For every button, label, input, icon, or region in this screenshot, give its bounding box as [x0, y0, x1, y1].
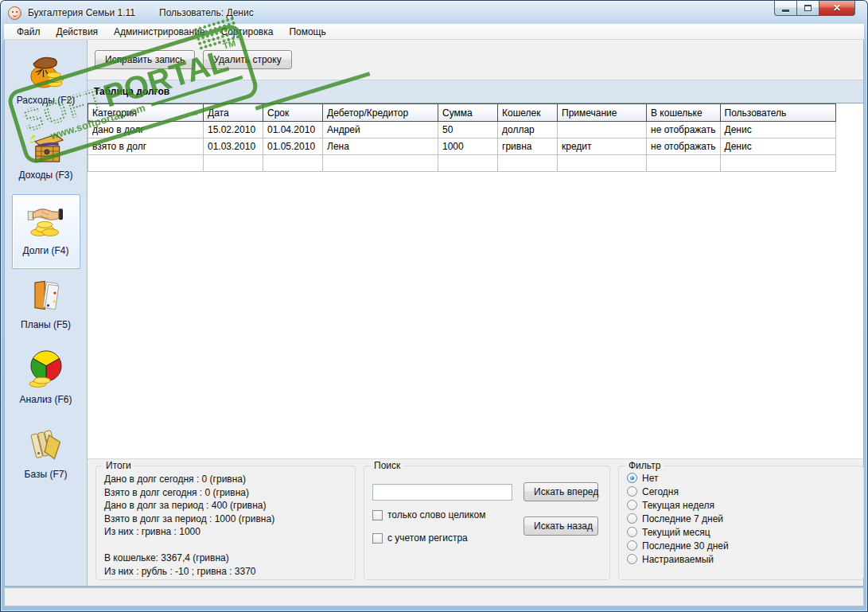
column-header-note[interactable]: Примечание: [558, 104, 647, 122]
radio-icon[interactable]: [627, 500, 637, 510]
debts-grid-area: Категория Дата Срок Дебетор/Кредитор Сум…: [88, 103, 863, 458]
radio-label: Текущая неделя: [642, 500, 714, 511]
debts-table: Категория Дата Срок Дебетор/Кредитор Сум…: [88, 103, 836, 172]
sidebar-item-label: Доходы (F3): [18, 170, 72, 181]
table-cell[interactable]: [558, 122, 647, 138]
radio-icon[interactable]: [627, 486, 637, 497]
close-button[interactable]: ✕: [819, 1, 855, 16]
sidebar-item-label: Долги (F4): [22, 245, 68, 256]
table-cell[interactable]: доллар: [498, 122, 558, 138]
table-cell[interactable]: Денис: [720, 138, 835, 155]
radio-label: Сегодня: [642, 486, 679, 497]
filter-option-today[interactable]: Сегодня: [627, 485, 863, 498]
totals-title: Итоги: [103, 460, 134, 471]
window-controls: ✕: [774, 1, 855, 16]
sidebar-item-analysis[interactable]: Анализ (F6): [12, 344, 80, 419]
case-sensitive-label: с учетом регистра: [387, 532, 468, 544]
filter-option-none[interactable]: Нет: [627, 471, 863, 485]
radio-label: Нет: [642, 473, 658, 484]
radio-selected-icon[interactable]: [627, 473, 637, 483]
radio-icon[interactable]: [627, 540, 637, 551]
table-cell[interactable]: [720, 155, 835, 172]
table-caption-band: Таблица долгов: [88, 80, 863, 103]
totals-line: Дано в долг за период : 400 (гривна): [96, 499, 355, 513]
totals-line: [96, 539, 355, 552]
whole-word-checkbox[interactable]: [372, 510, 383, 520]
table-cell[interactable]: [88, 155, 204, 172]
table-cell[interactable]: 15.02.2010: [204, 122, 263, 138]
table-cell[interactable]: Лена: [323, 138, 438, 155]
search-input[interactable]: [372, 484, 512, 501]
search-groupbox: Поиск Искать вперед Искать назад только …: [364, 466, 610, 580]
money-bag-icon: [23, 48, 69, 94]
menu-file[interactable]: Файл: [9, 25, 49, 39]
bottom-panel: Итоги Дано в долг сегодня : 0 (гривна) В…: [88, 458, 863, 586]
table-header-row: Категория Дата Срок Дебетор/Кредитор Сум…: [88, 104, 836, 122]
delete-row-button[interactable]: Удалить строку: [203, 50, 291, 69]
maximize-icon: [804, 5, 812, 11]
window-title: Бухгалтерия Семьи 1.11: [28, 7, 135, 18]
table-row: взято в долг 01.03.2010 01.05.2010 Лена …: [88, 138, 836, 155]
table-cell[interactable]: гривна: [498, 138, 558, 155]
table-cell[interactable]: дано в долг: [88, 122, 204, 138]
case-sensitive-checkbox[interactable]: [372, 533, 383, 544]
whole-word-label: только слово целиком: [387, 509, 486, 520]
table-cell[interactable]: Андрей: [323, 122, 438, 138]
column-header-date[interactable]: Дата: [204, 104, 263, 122]
sidebar-item-plans[interactable]: Планы (F5): [12, 269, 80, 344]
radio-label: Последние 7 дней: [642, 513, 723, 524]
status-bar: [4, 587, 864, 606]
minimize-button[interactable]: [774, 1, 797, 16]
sidebar-item-databases[interactable]: Базы (F7): [12, 419, 80, 493]
table-cell[interactable]: не отображать: [647, 138, 721, 155]
table-cell[interactable]: 01.03.2010: [204, 138, 263, 155]
totals-line: В кошельке: 3367,4 (гривна): [96, 552, 355, 565]
table-cell[interactable]: [438, 155, 498, 172]
filter-option-custom[interactable]: Настраиваемый: [627, 552, 863, 566]
treasure-chest-icon: [23, 123, 69, 169]
sidebar-item-income[interactable]: Доходы (F3): [12, 119, 80, 194]
selected-cell[interactable]: кредит: [558, 138, 647, 155]
table-cell[interactable]: [558, 155, 647, 172]
column-header-amount[interactable]: Сумма: [438, 104, 498, 122]
radio-icon[interactable]: [627, 554, 637, 564]
edit-record-button[interactable]: Исправить запись: [95, 50, 195, 69]
table-cell[interactable]: 1000: [438, 138, 498, 155]
sidebar-item-debts[interactable]: Долги (F4): [12, 194, 80, 269]
filter-option-current-week[interactable]: Текущая неделя: [627, 498, 863, 512]
sidebar-item-expenses[interactable]: Расходы (F2): [12, 45, 80, 119]
column-header-user[interactable]: Пользователь: [720, 104, 835, 122]
column-header-wallet[interactable]: Кошелек: [498, 104, 558, 122]
menu-administration[interactable]: Администрирование: [106, 25, 212, 39]
column-header-debtor[interactable]: Дебетор/Кредитор: [323, 104, 438, 122]
table-cell[interactable]: взято в долг: [88, 138, 204, 155]
table-cell[interactable]: [263, 155, 323, 172]
radio-icon[interactable]: [627, 513, 637, 524]
table-cell[interactable]: не отображать: [647, 122, 721, 138]
menu-actions[interactable]: Действия: [49, 25, 107, 39]
totals-line: Взято в долг за период : 1000 (гривна): [96, 513, 355, 526]
table-cell[interactable]: 01.04.2010: [263, 122, 323, 138]
table-cell[interactable]: [323, 155, 438, 172]
maximize-button[interactable]: [797, 1, 819, 16]
close-icon: ✕: [833, 3, 841, 13]
title-bar[interactable]: Бухгалтерия Семьи 1.11 Пользователь: Ден…: [5, 0, 863, 24]
menu-sorting[interactable]: Сортировка: [213, 25, 282, 39]
table-cell[interactable]: [498, 155, 558, 172]
filter-option-current-month[interactable]: Текущий месяц: [627, 525, 863, 539]
table-cell[interactable]: 01.05.2010: [263, 138, 323, 155]
filter-option-last-30-days[interactable]: Последние 30 дней: [627, 539, 863, 552]
table-row: [88, 155, 836, 172]
table-cell[interactable]: Денис: [720, 122, 835, 138]
search-back-button[interactable]: Искать назад: [524, 516, 598, 536]
table-cell[interactable]: [204, 155, 263, 172]
filter-option-last-7-days[interactable]: Последние 7 дней: [627, 512, 863, 525]
table-cell[interactable]: 50: [438, 122, 498, 138]
column-header-term[interactable]: Срок: [263, 104, 323, 122]
column-header-inwallet[interactable]: В кошельке: [647, 104, 721, 122]
column-header-category[interactable]: Категория: [88, 104, 204, 122]
radio-icon[interactable]: [627, 527, 637, 537]
table-cell[interactable]: [647, 155, 721, 172]
menu-help[interactable]: Помощь: [281, 25, 333, 39]
search-forward-button[interactable]: Искать вперед: [524, 482, 598, 501]
